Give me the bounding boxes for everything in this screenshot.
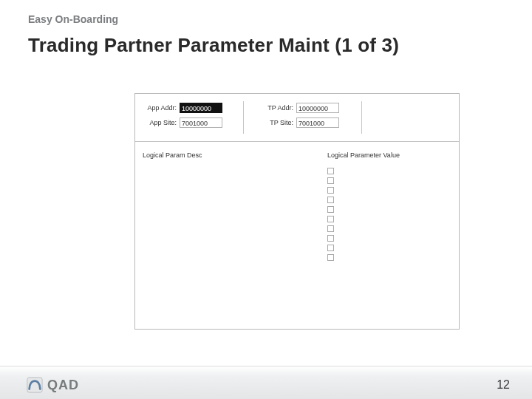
column-header-value: Logical Parameter Value — [327, 151, 400, 159]
form-panel: App Addr: 10000000 App Site: 7001000 TP … — [134, 93, 460, 330]
param-checkbox[interactable] — [327, 187, 334, 194]
param-checkbox[interactable] — [327, 177, 334, 184]
app-site-label: App Site: — [135, 119, 177, 126]
tp-site-field[interactable]: 7001000 — [296, 117, 339, 128]
param-checkbox[interactable] — [327, 235, 334, 242]
footer: QAD 12 — [0, 366, 532, 399]
form-header: App Addr: 10000000 App Site: 7001000 TP … — [135, 94, 459, 141]
param-checkbox[interactable] — [327, 206, 334, 213]
page-number: 12 — [497, 378, 510, 392]
tp-addr-label: TP Addr: — [252, 104, 293, 112]
app-addr-label: App Addr: — [135, 104, 177, 112]
param-checkbox[interactable] — [327, 254, 334, 261]
page-title: Trading Partner Parameter Maint (1 of 3) — [28, 34, 399, 57]
param-checkbox[interactable] — [327, 245, 334, 251]
separator — [243, 101, 244, 134]
tp-site-label: TP Site: — [252, 119, 293, 126]
brand-name: QAD — [47, 378, 79, 393]
brand-logo: QAD — [27, 377, 79, 393]
separator — [361, 101, 362, 134]
param-checkbox[interactable] — [327, 197, 334, 203]
slide: Easy On-Boarding Trading Partner Paramet… — [0, 0, 532, 399]
tp-addr-field[interactable]: 10000000 — [296, 103, 339, 113]
param-checkbox[interactable] — [327, 225, 334, 232]
param-checkbox[interactable] — [327, 216, 334, 222]
logo-icon — [27, 377, 43, 393]
divider — [135, 141, 459, 142]
app-addr-field[interactable]: 10000000 — [180, 103, 222, 113]
app-site-field[interactable]: 7001000 — [180, 117, 222, 128]
column-header-desc: Logical Param Desc — [143, 151, 202, 159]
param-checkbox[interactable] — [327, 168, 334, 174]
section-pretitle: Easy On-Boarding — [28, 13, 118, 25]
